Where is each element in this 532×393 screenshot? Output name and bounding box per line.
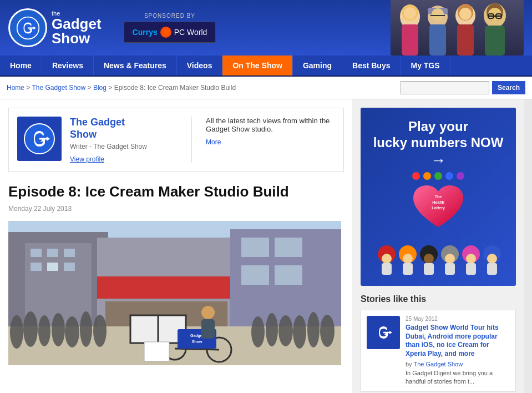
nav-news-features[interactable]: News & Features (94, 56, 177, 75)
presenter-silhouettes (391, 0, 524, 56)
svg-rect-93 (487, 263, 497, 275)
svg-rect-37 (64, 263, 75, 271)
breadcrumb-bar: Home > The Gadget Show > Blog > Episode … (0, 77, 532, 99)
author-box: The Gadget Show Writer - The Gadget Show… (8, 108, 344, 172)
lottery-heart-icon: The Health Lottery (408, 183, 469, 233)
nav-reviews[interactable]: Reviews (42, 56, 94, 75)
story-author-link-1[interactable]: The Gadget Show (413, 361, 463, 367)
lottery-dot-orange (423, 172, 431, 180)
author-divider (191, 117, 192, 163)
svg-line-62 (175, 349, 219, 350)
svg-point-77 (382, 254, 392, 264)
sponsor-logo[interactable]: Currys PC World (124, 22, 216, 43)
svg-point-89 (466, 254, 476, 264)
nav-home[interactable]: Home (0, 56, 42, 75)
sponsor-pc: PC World (174, 28, 207, 37)
lottery-people (374, 244, 502, 275)
presenters-area (391, 0, 524, 56)
author-info: The Gadget Show Writer - The Gadget Show… (70, 117, 178, 163)
svg-rect-81 (403, 263, 413, 275)
breadcrumb-gadget-show[interactable]: The Gadget Show (32, 84, 85, 92)
ad-title-line1: Play your lucky numbers NOW → (369, 119, 508, 169)
nav-videos[interactable]: Videos (177, 56, 223, 75)
author-description: All the latest tech views from within th… (206, 117, 335, 146)
logo-gadget: Gadget (52, 17, 102, 31)
svg-rect-36 (47, 263, 58, 271)
svg-point-49 (38, 315, 50, 346)
svg-rect-44 (241, 265, 269, 285)
svg-rect-42 (241, 238, 269, 257)
svg-rect-45 (275, 265, 302, 285)
logo-circle (8, 8, 47, 47)
search-input[interactable] (401, 81, 489, 94)
story-author-1: by The Gadget Show (406, 361, 510, 367)
presenter-image (391, 0, 524, 56)
author-role: Writer - The Gadget Show (70, 143, 178, 150)
sidebar: Play your lucky numbers NOW → (352, 99, 524, 393)
lottery-people-icon (374, 244, 502, 275)
nav-on-the-show[interactable]: On The Show (222, 56, 292, 75)
author-name: The Gadget Show (70, 117, 178, 140)
logo-show: Show (52, 31, 102, 46)
svg-point-56 (278, 315, 293, 346)
svg-point-48 (23, 311, 38, 347)
svg-rect-21 (485, 26, 505, 56)
svg-text:Show: Show (192, 340, 202, 344)
logo-area[interactable]: the Gadget Show (8, 8, 102, 47)
svg-point-54 (251, 316, 265, 347)
svg-rect-87 (445, 263, 455, 275)
svg-point-55 (266, 313, 278, 346)
stories-header: Stories like this (361, 294, 516, 304)
svg-rect-90 (466, 263, 476, 275)
search-area: Search (401, 81, 525, 94)
svg-rect-39 (97, 276, 236, 299)
author-avatar (17, 117, 62, 161)
logo-g-icon (16, 16, 40, 41)
view-profile-link[interactable]: View profile (70, 155, 104, 163)
svg-rect-8 (402, 24, 418, 56)
svg-point-80 (403, 254, 413, 264)
breadcrumb-blog[interactable]: Blog (93, 84, 107, 92)
svg-point-83 (424, 254, 434, 264)
svg-point-50 (52, 313, 65, 346)
svg-point-59 (320, 315, 335, 347)
svg-point-52 (80, 311, 92, 347)
sponsored-by-label: SPONSORED BY (144, 13, 195, 19)
story-content-1: 25 May 2012 Gadget Show World Tour hits … (406, 316, 510, 386)
nav-my-tgs[interactable]: My TGS (401, 56, 450, 75)
article-image: Gadget Show (8, 221, 341, 365)
svg-point-57 (293, 315, 306, 349)
nav-best-buys[interactable]: Best Buys (342, 56, 401, 75)
story-card-1: 25 May 2012 Gadget Show World Tour hits … (361, 310, 516, 392)
svg-rect-78 (382, 263, 392, 275)
svg-rect-34 (64, 249, 75, 257)
story-logo-icon-1 (368, 318, 399, 348)
svg-point-92 (487, 254, 497, 264)
svg-point-68 (201, 306, 215, 319)
breadcrumb-home[interactable]: Home (7, 84, 24, 92)
sponsor-currys: Currys (133, 28, 158, 37)
site-header: the Gadget Show SPONSORED BY Currys PC W… (0, 0, 532, 56)
search-button[interactable]: Search (492, 81, 525, 94)
svg-rect-13 (429, 24, 446, 56)
story-date-1: 25 May 2012 (406, 316, 510, 322)
svg-point-47 (10, 315, 23, 349)
main-nav: Home Reviews News & Features Videos On T… (0, 56, 532, 77)
nav-gaming[interactable]: Gaming (293, 56, 342, 75)
svg-point-7 (404, 7, 416, 19)
svg-rect-43 (275, 238, 302, 257)
main-layout: The Gadget Show Writer - The Gadget Show… (0, 99, 532, 393)
sponsored-area: SPONSORED BY Currys PC World (124, 13, 216, 43)
story-title-1[interactable]: Gadget Show World Tour hits Dubai, Andro… (406, 324, 510, 358)
logo-text: the Gadget Show (52, 10, 102, 46)
svg-rect-17 (457, 24, 474, 56)
lottery-dot-red (412, 172, 420, 180)
sponsor-globe-icon (160, 27, 171, 38)
author-desc-text: All the latest tech views from within th… (206, 117, 335, 133)
ad-banner[interactable]: Play your lucky numbers NOW → (361, 108, 516, 286)
author-logo-icon (23, 122, 56, 155)
lottery-dot-purple (457, 172, 464, 180)
svg-point-11 (432, 8, 444, 21)
more-link[interactable]: More (206, 138, 221, 146)
svg-rect-35 (31, 263, 42, 271)
